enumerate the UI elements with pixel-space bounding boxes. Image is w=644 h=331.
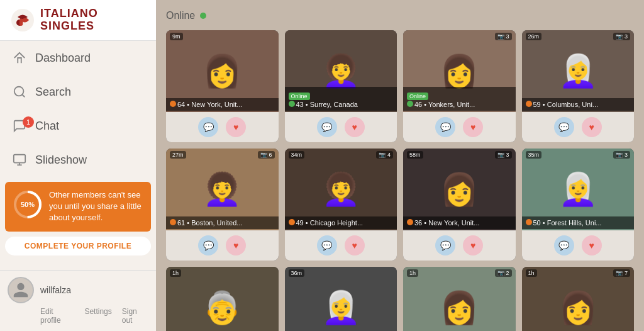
status-dot <box>170 219 176 225</box>
profile-time: 34m <box>289 151 305 159</box>
progress-circle: 50% <box>13 189 43 220</box>
heart-button[interactable]: ♥ <box>345 235 365 255</box>
profile-info-bar: 50 • Forest Hills, Uni... <box>522 216 635 229</box>
profile-card[interactable]: 👩‍🦱34m📷 449 • Chicago Height...💬♥ <box>285 149 397 261</box>
svg-line-3 <box>22 94 25 97</box>
message-button[interactable]: 💬 <box>317 235 337 255</box>
heart-button[interactable]: ♥ <box>345 117 365 137</box>
complete-profile-button[interactable]: COMPLETE YOUR PROFILE <box>5 237 151 255</box>
search-label: Search <box>35 86 71 99</box>
profile-time: 1h <box>526 269 537 277</box>
nav-slideshow[interactable]: Slideshow <box>0 143 156 177</box>
logo-text: ITALIANO SINGLES <box>40 8 98 33</box>
profile-name-age: 43 • Surrey, Canada <box>289 101 394 108</box>
profile-actions: 💬♥ <box>403 230 516 261</box>
online-status-dot <box>200 13 206 19</box>
logo-icon <box>10 8 35 33</box>
logo-line2: SINGLES <box>40 20 98 33</box>
heart-button[interactable]: ♥ <box>226 235 246 255</box>
profile-time: 9m <box>170 33 183 40</box>
message-button[interactable]: 💬 <box>435 117 455 137</box>
profile-top-bar <box>285 30 397 35</box>
profile-info-bar: 61 • Boston, United... <box>166 216 279 229</box>
profile-time: 36m <box>289 269 305 277</box>
profile-info-bar: Online43 • Surrey, Canada <box>285 87 397 111</box>
profile-top-bar: 35m📷 3 <box>522 149 635 161</box>
profile-info-bar: 64 • New York, Unit... <box>166 98 279 111</box>
slideshow-icon <box>13 153 26 167</box>
profile-card[interactable]: 👩1h📷 764 • Jersey Village, ...💬♥ <box>522 267 635 331</box>
chat-label: Chat <box>35 120 59 133</box>
message-button[interactable]: 💬 <box>198 117 218 137</box>
sidebar: ITALIANO SINGLES Dashboard Search Chat 1… <box>0 0 156 331</box>
profile-name-age: 49 • Chicago Height... <box>289 219 394 227</box>
profile-card[interactable]: 👩‍🦳36m66 • Markham, Can...💬♥ <box>285 267 397 331</box>
profile-card[interactable]: 👩1h📷 245 • Rodos, Greece💬♥ <box>403 267 516 331</box>
profile-card[interactable]: 👩‍🦱Online43 • Surrey, Canada💬♥ <box>285 30 397 142</box>
profile-name-age: 61 • Boston, United... <box>170 219 275 227</box>
message-button[interactable]: 💬 <box>435 235 455 255</box>
profile-card[interactable]: 👩9m64 • New York, Unit...💬♥ <box>166 30 279 142</box>
search-icon <box>13 85 26 99</box>
online-badge: Online <box>289 93 310 100</box>
edit-profile-link[interactable]: Edit profile <box>40 307 74 325</box>
profile-top-bar: 27m📷 6 <box>166 149 279 161</box>
heart-button[interactable]: ♥ <box>463 117 483 137</box>
status-dot <box>407 219 413 225</box>
nav-dashboard[interactable]: Dashboard <box>0 41 156 75</box>
profile-top-bar: 26m📷 3 <box>522 30 635 43</box>
settings-link[interactable]: Settings <box>84 307 111 325</box>
heart-button[interactable]: ♥ <box>463 235 483 255</box>
profile-top-bar: 34m📷 4 <box>285 149 397 161</box>
online-header: Online <box>166 10 634 21</box>
heart-button[interactable]: ♥ <box>226 117 246 137</box>
profile-info-bar: 49 • Chicago Height... <box>285 216 397 229</box>
profile-top-bar: 9m <box>166 30 279 43</box>
signout-link[interactable]: Sign out <box>122 307 148 325</box>
profile-actions: 💬♥ <box>285 230 397 261</box>
promo-box: 50% Other members can't see you until yo… <box>5 182 151 232</box>
profile-card[interactable]: 👵1h59 • Lalor, Australia💬♥ <box>166 267 279 331</box>
message-button[interactable]: 💬 <box>198 235 218 255</box>
nav-chat[interactable]: Chat 1 <box>0 109 156 143</box>
message-button[interactable]: 💬 <box>554 117 574 137</box>
photo-count: 📷 3 <box>613 33 630 40</box>
nav-search[interactable]: Search <box>0 75 156 109</box>
heart-button[interactable]: ♥ <box>582 235 602 255</box>
profile-actions: 💬♥ <box>522 112 635 142</box>
profile-time: 58m <box>407 151 423 159</box>
main-content: Online 👩9m64 • New York, Unit...💬♥👩‍🦱Onl… <box>156 0 644 331</box>
profile-time: 1h <box>170 269 181 277</box>
profile-card[interactable]: 👩‍🦳35m📷 350 • Forest Hills, Uni...💬♥ <box>522 149 635 261</box>
message-button[interactable]: 💬 <box>554 235 574 255</box>
message-button[interactable]: 💬 <box>317 117 337 137</box>
profile-name-age: 36 • New York, Unit... <box>407 219 512 227</box>
profile-card[interactable]: 👩58m📷 336 • New York, Unit...💬♥ <box>403 149 516 261</box>
profile-top-bar: 58m📷 3 <box>403 149 516 161</box>
user-profile: willfalza <box>8 277 148 303</box>
status-dot <box>170 101 176 107</box>
chat-badge: 1 <box>23 116 34 128</box>
profile-card[interactable]: 👩📷 3Online46 • Yonkers, Unit...💬♥ <box>403 30 516 142</box>
profile-time: 1h <box>407 269 418 277</box>
photo-count: 📷 7 <box>613 269 630 277</box>
promo-text: Other members can't see you until you sh… <box>49 189 143 224</box>
status-dot <box>526 219 532 225</box>
status-dot <box>526 101 532 107</box>
profile-top-bar: 36m <box>285 267 397 279</box>
photo-count: 📷 3 <box>495 151 512 159</box>
profile-card[interactable]: 👩‍🦱27m📷 661 • Boston, United...💬♥ <box>166 149 279 261</box>
profile-card[interactable]: 👩‍🦳26m📷 359 • Columbus, Uni...💬♥ <box>522 30 635 142</box>
status-dot <box>407 101 413 107</box>
profiles-grid: 👩9m64 • New York, Unit...💬♥👩‍🦱Online43 •… <box>166 30 634 331</box>
home-icon <box>13 51 26 65</box>
photo-count: 📷 2 <box>495 269 512 277</box>
photo-count: 📷 3 <box>613 151 630 159</box>
logo-line1: ITALIANO <box>40 8 98 20</box>
profile-info-bar: 59 • Columbus, Uni... <box>522 98 635 111</box>
heart-button[interactable]: ♥ <box>582 117 602 137</box>
profile-top-bar: 1h <box>166 267 279 279</box>
dashboard-label: Dashboard <box>35 52 91 65</box>
profile-name-age: 59 • Columbus, Uni... <box>526 101 631 108</box>
profile-time: 27m <box>170 151 186 159</box>
